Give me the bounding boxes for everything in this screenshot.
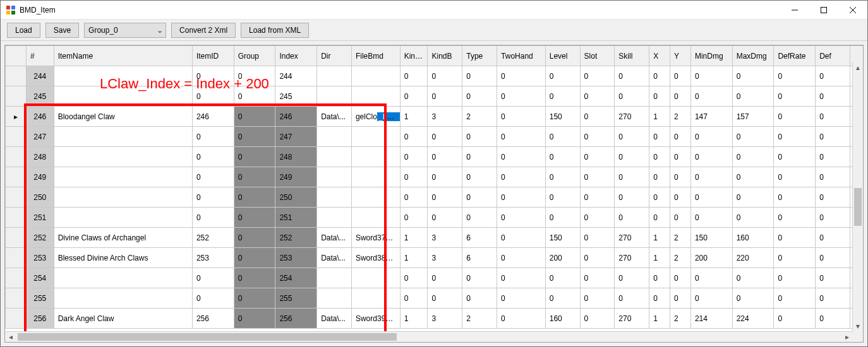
col-header-Group[interactable]: Group (234, 46, 275, 66)
cell-MinDmg[interactable]: 0 (690, 86, 732, 107)
table-row[interactable]: 252Divine Claws of Archangel2520252Data\… (6, 228, 864, 248)
row-header-corner[interactable] (6, 46, 27, 66)
col-header-X[interactable]: X (649, 46, 670, 66)
cell-ItemName[interactable] (54, 268, 192, 288)
cell-Def[interactable]: 0 (816, 66, 850, 86)
cell-KindB[interactable]: 0 (428, 288, 462, 309)
cell-FileBmd[interactable] (351, 268, 400, 288)
cell-Y[interactable]: 0 (670, 147, 691, 167)
cell-FileBmd[interactable]: Sword37_... (351, 228, 400, 248)
cell-Dir[interactable]: Data\... (317, 228, 352, 248)
cell-#[interactable]: 246 (26, 107, 54, 127)
cell-TwoHand[interactable]: 0 (497, 268, 546, 288)
cell-Slot[interactable]: 0 (580, 107, 615, 127)
cell-X[interactable]: 0 (649, 187, 670, 208)
cell-MaxDmg[interactable]: 157 (732, 107, 774, 127)
row-pointer[interactable] (6, 127, 27, 147)
cell-Index[interactable]: 247 (275, 127, 317, 147)
cell-Skill[interactable]: 0 (615, 127, 649, 147)
cell-#[interactable]: 248 (26, 147, 54, 167)
cell-FileBmd[interactable]: gelClo_L.bmd (351, 107, 400, 127)
cell-ItemID[interactable]: 256 (192, 309, 234, 329)
cell-Skill[interactable]: 0 (615, 187, 649, 208)
col-header-Type[interactable]: Type (462, 46, 497, 66)
table-row[interactable]: 2440024400000000000000 (6, 66, 864, 86)
cell-Def[interactable]: 0 (816, 127, 850, 147)
horizontal-scrollbar[interactable]: ◂ ▸ (5, 331, 852, 342)
cell-KindA[interactable]: 0 (400, 208, 428, 228)
cell-TwoHand[interactable]: 0 (497, 66, 546, 86)
cell-KindA[interactable]: 1 (400, 228, 428, 248)
table-row[interactable]: 2550025500000000000000 (6, 288, 864, 309)
cell-Slot[interactable]: 0 (580, 127, 615, 147)
cell-Slot[interactable]: 0 (580, 288, 615, 309)
cell-X[interactable]: 0 (649, 66, 670, 86)
cell-Slot[interactable]: 0 (580, 309, 615, 329)
cell-KindA[interactable]: 0 (400, 127, 428, 147)
cell-Group[interactable]: 0 (234, 208, 275, 228)
col-header-ItemID[interactable]: ItemID (192, 46, 234, 66)
cell-ItemID[interactable]: 0 (192, 268, 234, 288)
scroll-down-icon[interactable]: ▾ (853, 321, 863, 331)
cell-Level[interactable]: 160 (545, 309, 580, 329)
cell-Index[interactable]: 244 (275, 66, 317, 86)
cell-Dir[interactable]: Data\... (317, 248, 352, 268)
cell-KindA[interactable]: 1 (400, 248, 428, 268)
cell-DefRate[interactable]: 0 (774, 107, 816, 127)
cell-Y[interactable]: 0 (670, 187, 691, 208)
cell-Type[interactable]: 0 (462, 86, 497, 107)
cell-TwoHand[interactable]: 0 (497, 147, 546, 167)
cell-MaxDmg[interactable]: 0 (732, 127, 774, 147)
cell-Group[interactable]: 0 (234, 228, 275, 248)
cell-#[interactable]: 251 (26, 208, 54, 228)
row-pointer[interactable] (6, 309, 27, 329)
cell-X[interactable]: 0 (649, 86, 670, 107)
cell-KindB[interactable]: 0 (428, 167, 462, 187)
cell-Type[interactable]: 0 (462, 208, 497, 228)
cell-Y[interactable]: 2 (670, 228, 691, 248)
cell-ItemName[interactable]: Blessed Divine Arch Claws (54, 248, 192, 268)
cell-FileBmd[interactable] (351, 288, 400, 309)
cell-Y[interactable]: 0 (670, 86, 691, 107)
cell-X[interactable]: 1 (649, 107, 670, 127)
cell-Type[interactable]: 2 (462, 107, 497, 127)
cell-Type[interactable]: 0 (462, 167, 497, 187)
cell-X[interactable]: 0 (649, 288, 670, 309)
cell-Y[interactable]: 2 (670, 107, 691, 127)
table-row[interactable]: 2540025400000000000000 (6, 268, 864, 288)
cell-Slot[interactable]: 0 (580, 268, 615, 288)
cell-Skill[interactable]: 270 (615, 107, 649, 127)
cell-Group[interactable]: 0 (234, 147, 275, 167)
cell-MaxDmg[interactable]: 0 (732, 288, 774, 309)
cell-Dir[interactable] (317, 66, 352, 86)
cell-DefRate[interactable]: 0 (774, 127, 816, 147)
cell-FileBmd[interactable] (351, 187, 400, 208)
close-button[interactable] (838, 1, 867, 19)
cell-Level[interactable]: 200 (545, 248, 580, 268)
cell-ItemName[interactable]: Divine Claws of Archangel (54, 228, 192, 248)
cell-Group[interactable]: 0 (234, 86, 275, 107)
cell-Def[interactable]: 0 (816, 107, 850, 127)
cell-Level[interactable]: 0 (545, 66, 580, 86)
row-pointer[interactable] (6, 66, 27, 86)
cell-#[interactable]: 254 (26, 268, 54, 288)
cell-Def[interactable]: 0 (816, 248, 850, 268)
load-button[interactable]: Load (7, 23, 40, 38)
cell-ItemName[interactable] (54, 86, 192, 107)
row-pointer[interactable] (6, 228, 27, 248)
col-header-Level[interactable]: Level (545, 46, 580, 66)
cell-MinDmg[interactable]: 0 (690, 66, 732, 86)
cell-MinDmg[interactable]: 147 (690, 107, 732, 127)
cell-FileBmd[interactable] (351, 147, 400, 167)
cell-MaxDmg[interactable]: 224 (732, 309, 774, 329)
cell-ItemName[interactable]: Bloodangel Claw (54, 107, 192, 127)
cell-KindB[interactable]: 3 (428, 248, 462, 268)
cell-#[interactable]: 249 (26, 167, 54, 187)
cell-#[interactable]: 247 (26, 127, 54, 147)
cell-ItemID[interactable]: 0 (192, 86, 234, 107)
cell-Def[interactable]: 0 (816, 309, 850, 329)
cell-X[interactable]: 1 (649, 248, 670, 268)
row-pointer[interactable] (6, 248, 27, 268)
cell-ItemName[interactable] (54, 167, 192, 187)
cell-Slot[interactable]: 0 (580, 208, 615, 228)
